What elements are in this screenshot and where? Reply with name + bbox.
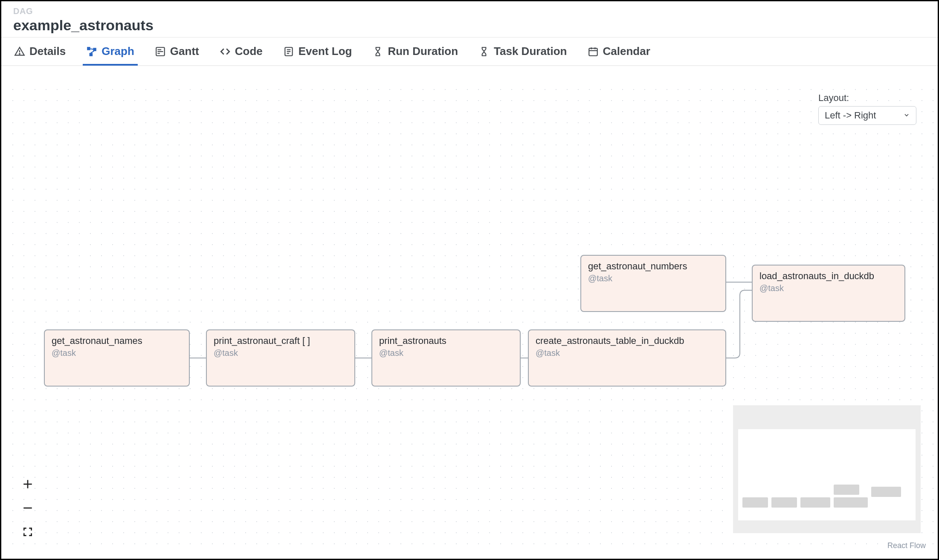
minus-icon	[22, 502, 33, 515]
zoom-out-button[interactable]	[18, 496, 37, 520]
gantt-icon	[155, 46, 166, 57]
minimap-node	[771, 497, 797, 508]
plus-icon	[22, 479, 33, 491]
layout-select[interactable]: Left -> Right	[818, 106, 916, 125]
fullscreen-icon	[22, 526, 33, 539]
fit-view-button[interactable]	[18, 520, 37, 544]
code-icon	[220, 46, 231, 57]
graph-minimap[interactable]	[733, 405, 921, 533]
tab-run-duration[interactable]: Run Duration	[372, 38, 458, 65]
event-log-icon	[283, 46, 294, 57]
task-node-operator: @task	[536, 348, 719, 358]
layout-selected-value: Left -> Right	[825, 110, 876, 121]
zoom-in-button[interactable]	[18, 473, 37, 496]
hourglass-icon	[372, 46, 383, 57]
chevron-down-icon	[903, 110, 910, 121]
view-tabs: Details Graph Gantt Code Event Log	[1, 38, 938, 66]
tab-label: Event Log	[299, 45, 352, 58]
minimap-node	[834, 497, 868, 508]
task-node-load-astronauts-duckdb[interactable]: load_astronauts_in_duckdb @task	[752, 265, 905, 322]
graph-icon	[86, 46, 97, 57]
tab-label: Task Duration	[494, 45, 567, 58]
task-node-name: print_astronauts	[379, 335, 513, 346]
layout-control: Layout: Left -> Right	[818, 92, 916, 125]
warning-triangle-icon	[14, 46, 25, 57]
graph-canvas[interactable]: Layout: Left -> Right	[6, 82, 933, 554]
tab-code[interactable]: Code	[220, 38, 263, 65]
tab-task-duration[interactable]: Task Duration	[478, 38, 567, 65]
minimap-node	[834, 485, 859, 495]
tab-label: Gantt	[170, 45, 199, 58]
task-node-print-astronaut-craft[interactable]: print_astronaut_craft [ ] @task	[206, 329, 355, 387]
svg-rect-3	[93, 48, 97, 51]
tab-label: Details	[29, 45, 66, 58]
hourglass-icon	[478, 46, 490, 57]
minimap-node	[800, 497, 830, 508]
svg-line-6	[91, 51, 94, 52]
svg-rect-4	[90, 53, 93, 56]
tab-label: Run Duration	[388, 45, 458, 58]
task-node-get-astronaut-numbers[interactable]: get_astronaut_numbers @task	[580, 255, 726, 312]
svg-point-1	[19, 53, 20, 54]
tab-calendar[interactable]: Calendar	[588, 38, 650, 65]
task-node-name: print_astronaut_craft [ ]	[214, 335, 348, 346]
task-node-name: get_astronaut_names	[52, 335, 182, 346]
task-node-get-astronaut-names[interactable]: get_astronaut_names @task	[44, 329, 190, 387]
dag-title: example_astronauts	[13, 17, 926, 34]
task-node-name: get_astronaut_numbers	[588, 261, 719, 272]
dag-header: DAG example_astronauts	[1, 1, 938, 38]
svg-rect-2	[87, 47, 90, 50]
calendar-icon	[588, 46, 599, 57]
tab-event-log[interactable]: Event Log	[283, 38, 352, 65]
tab-label: Graph	[101, 45, 134, 58]
task-node-operator: @task	[588, 274, 719, 283]
attribution-text: React Flow	[887, 541, 926, 550]
tab-details[interactable]: Details	[14, 38, 66, 65]
tab-label: Calendar	[603, 45, 650, 58]
task-node-operator: @task	[214, 348, 348, 358]
layout-label: Layout:	[818, 92, 916, 104]
minimap-node	[742, 497, 768, 508]
task-node-operator: @task	[759, 283, 898, 293]
svg-rect-15	[589, 48, 597, 55]
task-node-operator: @task	[379, 348, 513, 358]
task-node-operator: @task	[52, 348, 182, 358]
zoom-controls	[18, 473, 37, 544]
tab-graph[interactable]: Graph	[86, 38, 134, 65]
task-node-name: create_astronauts_table_in_duckdb	[536, 335, 719, 346]
svg-line-5	[90, 49, 93, 49]
minimap-node	[871, 487, 901, 497]
tab-gantt[interactable]: Gantt	[155, 38, 199, 65]
dag-kicker: DAG	[13, 6, 926, 16]
task-node-name: load_astronauts_in_duckdb	[759, 271, 898, 282]
task-node-print-astronauts[interactable]: print_astronauts @task	[371, 329, 521, 387]
minimap-viewport	[738, 429, 916, 520]
task-node-create-astronauts-table[interactable]: create_astronauts_table_in_duckdb @task	[528, 329, 726, 387]
tab-label: Code	[235, 45, 263, 58]
